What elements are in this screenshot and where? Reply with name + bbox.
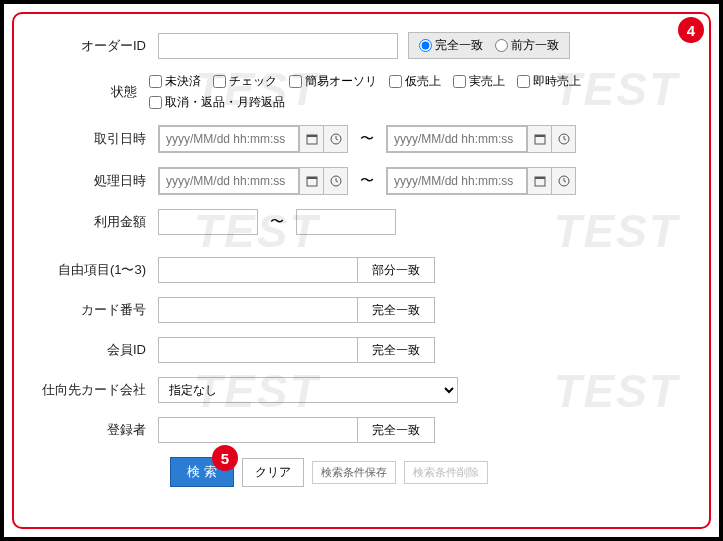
svg-rect-4 bbox=[535, 135, 545, 137]
annotation-badge-5: 5 bbox=[212, 445, 238, 471]
status-checkbox[interactable]: 即時売上 bbox=[517, 73, 581, 90]
match-type-label: 部分一致 bbox=[358, 257, 435, 283]
date-range-separator: 〜 bbox=[360, 130, 374, 148]
save-conditions-button[interactable]: 検索条件保存 bbox=[312, 461, 396, 484]
proc-date-to-group bbox=[386, 167, 576, 195]
txn-date-to-group bbox=[386, 125, 576, 153]
status-checkbox[interactable]: 取消・返品・月跨返品 bbox=[149, 94, 285, 111]
amount-to-input[interactable] bbox=[296, 209, 396, 235]
label-status: 状態 bbox=[28, 83, 149, 101]
clear-button[interactable]: クリア bbox=[242, 458, 304, 487]
match-type-label: 完全一致 bbox=[358, 417, 435, 443]
radio-exact-match[interactable]: 完全一致 bbox=[419, 37, 483, 54]
radio-exact-match-input[interactable] bbox=[419, 39, 432, 52]
member-id-input[interactable] bbox=[158, 337, 358, 363]
label-amount: 利用金額 bbox=[28, 213, 158, 231]
dest-card-co-select[interactable]: 指定なし bbox=[158, 377, 458, 403]
radio-prefix-match-input[interactable] bbox=[495, 39, 508, 52]
card-no-input[interactable] bbox=[158, 297, 358, 323]
order-id-input[interactable] bbox=[158, 33, 398, 59]
annotation-badge-4: 4 bbox=[678, 17, 704, 43]
amount-range-separator: 〜 bbox=[270, 213, 284, 231]
txn-date-from-input[interactable] bbox=[159, 126, 299, 152]
clock-icon[interactable] bbox=[323, 126, 347, 152]
calendar-icon[interactable] bbox=[527, 168, 551, 194]
svg-rect-7 bbox=[307, 177, 317, 179]
txn-date-to-input[interactable] bbox=[387, 126, 527, 152]
label-dest-card-co: 仕向先カード会社 bbox=[28, 381, 158, 399]
calendar-icon[interactable] bbox=[527, 126, 551, 152]
radio-prefix-match[interactable]: 前方一致 bbox=[495, 37, 559, 54]
calendar-icon[interactable] bbox=[299, 126, 323, 152]
label-order-id: オーダーID bbox=[28, 37, 158, 55]
clock-icon[interactable] bbox=[551, 168, 575, 194]
label-proc-date: 処理日時 bbox=[28, 172, 158, 190]
svg-rect-1 bbox=[307, 135, 317, 137]
registrant-input[interactable] bbox=[158, 417, 358, 443]
proc-date-from-group bbox=[158, 167, 348, 195]
txn-date-from-group bbox=[158, 125, 348, 153]
date-range-separator: 〜 bbox=[360, 172, 374, 190]
clock-icon[interactable] bbox=[551, 126, 575, 152]
status-checkbox[interactable]: 仮売上 bbox=[389, 73, 441, 90]
match-type-label: 完全一致 bbox=[358, 297, 435, 323]
label-txn-date: 取引日時 bbox=[28, 130, 158, 148]
clock-icon[interactable] bbox=[323, 168, 347, 194]
label-registrant: 登録者 bbox=[28, 421, 158, 439]
status-checkbox[interactable]: チェック bbox=[213, 73, 277, 90]
proc-date-to-input[interactable] bbox=[387, 168, 527, 194]
label-card-no: カード番号 bbox=[28, 301, 158, 319]
order-id-match-group: 完全一致 前方一致 bbox=[408, 32, 570, 59]
free-items-input[interactable] bbox=[158, 257, 358, 283]
label-member-id: 会員ID bbox=[28, 341, 158, 359]
radio-prefix-match-label: 前方一致 bbox=[511, 37, 559, 54]
status-checkbox[interactable]: 簡易オーソリ bbox=[289, 73, 377, 90]
match-type-label: 完全一致 bbox=[358, 337, 435, 363]
amount-from-input[interactable] bbox=[158, 209, 258, 235]
proc-date-from-input[interactable] bbox=[159, 168, 299, 194]
status-checkbox[interactable]: 実売上 bbox=[453, 73, 505, 90]
delete-conditions-button[interactable]: 検索条件削除 bbox=[404, 461, 488, 484]
status-checkbox[interactable]: 未決済 bbox=[149, 73, 201, 90]
label-free-items: 自由項目(1〜3) bbox=[28, 261, 158, 279]
calendar-icon[interactable] bbox=[299, 168, 323, 194]
search-form-panel: 4 TEST TEST TEST TEST TEST TEST オーダーID 完… bbox=[12, 12, 711, 529]
radio-exact-match-label: 完全一致 bbox=[435, 37, 483, 54]
svg-rect-10 bbox=[535, 177, 545, 179]
status-checkbox-group: 未決済 チェック 簡易オーソリ 仮売上 実売上 即時売上 取消・返品・月跨返品 bbox=[149, 73, 695, 111]
